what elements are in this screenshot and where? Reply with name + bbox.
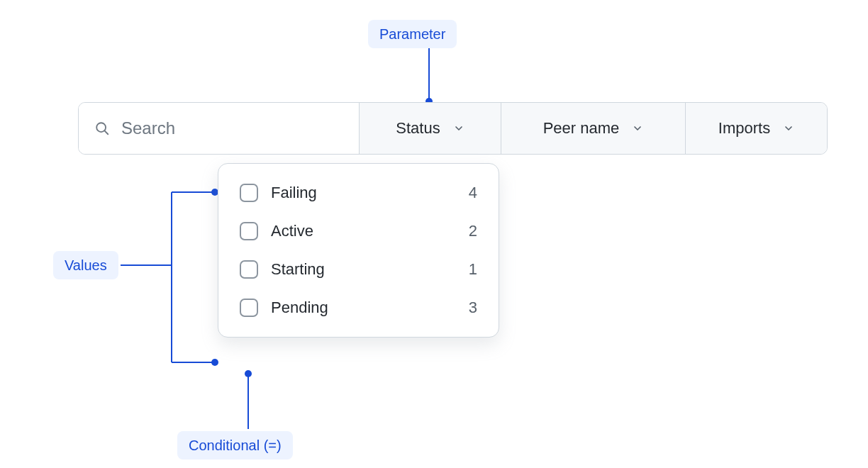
status-dropdown: Failing 4 Active 2 Starting 1 Pending 3 [218, 163, 499, 338]
checkbox-icon[interactable] [240, 260, 258, 279]
status-option[interactable]: Failing 4 [218, 174, 499, 212]
status-option-count: 2 [469, 222, 477, 240]
status-option-label: Active [271, 222, 456, 240]
svg-point-7 [211, 359, 218, 366]
checkbox-icon[interactable] [240, 222, 258, 240]
chevron-down-icon [632, 123, 643, 134]
svg-line-11 [105, 131, 108, 135]
status-option[interactable]: Pending 3 [218, 289, 499, 327]
svg-point-9 [245, 370, 252, 377]
filter-imports-label: Imports [718, 119, 770, 138]
filter-status-label: Status [396, 119, 440, 138]
annotation-values: Values [53, 251, 118, 279]
status-option-count: 4 [469, 184, 477, 202]
status-option[interactable]: Starting 1 [218, 250, 499, 289]
status-option-count: 1 [469, 260, 477, 279]
annotation-conditional: Conditional (=) [177, 431, 293, 459]
filter-peer-name-label: Peer name [543, 119, 620, 138]
filter-bar: Status Peer name Imports [78, 102, 828, 155]
search-input[interactable] [120, 118, 343, 139]
chevron-down-icon [453, 123, 464, 134]
filter-imports[interactable]: Imports [685, 103, 827, 154]
checkbox-icon[interactable] [240, 299, 258, 317]
status-option-label: Pending [271, 299, 456, 317]
filter-peer-name[interactable]: Peer name [501, 103, 685, 154]
annotation-parameter: Parameter [368, 20, 457, 48]
status-option-label: Starting [271, 260, 456, 279]
status-option-label: Failing [271, 184, 456, 202]
checkbox-icon[interactable] [240, 184, 258, 202]
status-option[interactable]: Active 2 [218, 212, 499, 250]
status-option-count: 3 [469, 299, 477, 317]
search-icon [94, 121, 110, 136]
chevron-down-icon [783, 123, 794, 134]
filter-status[interactable]: Status [359, 103, 501, 154]
search-cell[interactable] [79, 103, 359, 154]
